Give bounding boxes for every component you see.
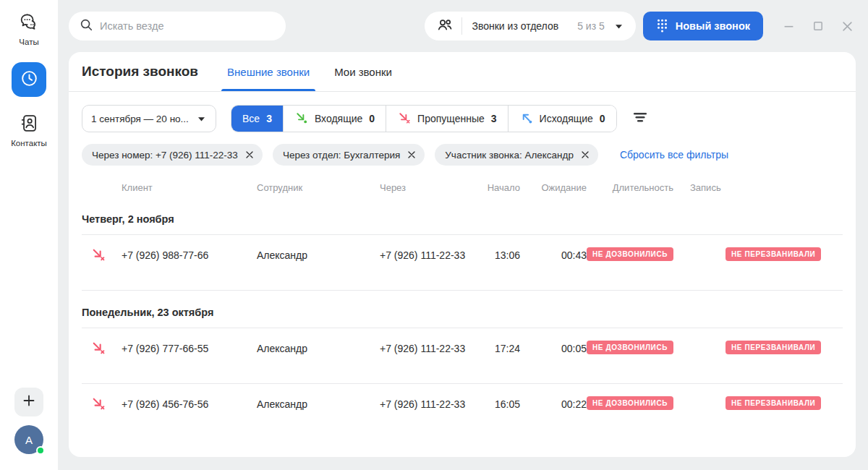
advanced-filters-button[interactable] — [631, 110, 649, 127]
close-icon[interactable] — [579, 149, 591, 161]
filter-chip-number: Через номер: +7 (926) 111-22-33 — [82, 144, 263, 166]
wait-time: 00:22 — [520, 384, 587, 411]
call-row[interactable]: +7 (926) 456-76-56 Александр +7 (926) 11… — [82, 384, 843, 440]
sidebar-item-chats[interactable]: Чаты — [19, 12, 40, 46]
missed-call-icon — [397, 111, 411, 127]
chevron-down-icon — [613, 21, 624, 32]
new-call-label: Новый звонок — [676, 20, 750, 32]
filter-all[interactable]: Все 3 — [231, 106, 283, 132]
incoming-call-icon — [294, 111, 308, 127]
tab-external-calls[interactable]: Внешние звонки — [221, 52, 315, 91]
filter-label: Входящие — [315, 113, 362, 124]
date-group-header: Четверг, 2 ноября — [82, 197, 843, 235]
status-badge-no-callback: НЕ ПЕРЕЗВАНИВАЛИ — [726, 247, 821, 261]
contacts-icon — [19, 113, 40, 137]
start-time: 13:06 — [486, 235, 520, 262]
filters-row: 1 сентября — 20 но... Все 3 Входящие 0 — [82, 105, 843, 132]
wait-time: 00:05 — [520, 328, 587, 356]
filter-outgoing[interactable]: Исходящие 0 — [508, 106, 616, 132]
new-call-button[interactable]: Новый звонок — [643, 12, 763, 40]
add-button[interactable] — [14, 388, 43, 416]
chip-label: Через номер: +7 (926) 111-22-33 — [92, 150, 238, 161]
client-number: +7 (926) 777-66-55 — [122, 328, 257, 356]
column-header-duration: Длительность — [587, 182, 688, 193]
plus-icon — [22, 393, 36, 411]
global-search[interactable] — [69, 12, 286, 40]
close-icon[interactable] — [244, 149, 255, 161]
employee-name: Александр — [257, 328, 380, 356]
status-badge-no-callback: НЕ ПЕРЕЗВАНИВАЛИ — [726, 341, 821, 354]
reset-all-filters-link[interactable]: Сбросить все фильтры — [620, 149, 728, 161]
chats-icon — [19, 12, 40, 35]
missed-call-icon — [82, 384, 122, 414]
sidebar-item-label: Контакты — [11, 139, 47, 148]
chip-label: Через отдел: Бухгалтерия — [283, 150, 400, 161]
sidebar-item-contacts[interactable]: Контакты — [11, 113, 47, 148]
close-icon[interactable] — [842, 21, 853, 32]
avatar-initial: A — [25, 434, 33, 446]
filter-chip-department: Через отдел: Бухгалтерия — [273, 144, 425, 166]
date-range-value: 1 сентября — 20 но... — [91, 114, 190, 124]
filter-chip-participant: Участник звонка: Александр — [435, 144, 598, 166]
start-time: 17:24 — [486, 328, 520, 356]
call-list: Четверг, 2 ноября +7 (926) 988-77-66 Але… — [82, 197, 843, 440]
employee-name: Александр — [257, 235, 380, 262]
filter-count: 3 — [491, 113, 497, 124]
window-controls — [783, 21, 853, 32]
sidebar-item-label: Чаты — [19, 38, 38, 46]
via-number: +7 (926) 111-22-33 — [380, 328, 486, 356]
filter-label: Все — [242, 113, 260, 124]
scope-selected-value: Звонки из отделов — [472, 20, 558, 32]
status-badge-no-answer: НЕ ДОЗВОНИЛИСЬ — [587, 247, 673, 261]
chip-label: Участник звонка: Александр — [445, 150, 574, 161]
column-header-wait: Ожидание — [520, 182, 587, 193]
tab-my-calls[interactable]: Мои звонки — [328, 52, 398, 91]
call-type-filter: Все 3 Входящие 0 — [231, 105, 617, 132]
missed-call-icon — [82, 328, 122, 358]
active-filter-chips: Через номер: +7 (926) 111-22-33 Через от… — [82, 144, 843, 166]
wait-time: 00:43 — [520, 235, 587, 262]
filter-count: 0 — [369, 113, 375, 124]
filter-count: 3 — [266, 113, 272, 124]
departments-icon — [436, 16, 454, 36]
dialpad-icon — [656, 18, 668, 35]
sidebar-item-call-history[interactable] — [12, 62, 46, 97]
call-history-panel: История звонков Внешние звонки Мои звонк… — [69, 52, 856, 457]
table-header: Клиент Сотрудник Через Начало Ожидание Д… — [82, 177, 843, 197]
call-row[interactable]: +7 (926) 777-66-55 Александр +7 (926) 11… — [82, 328, 843, 384]
close-icon[interactable] — [406, 149, 417, 161]
page-title: История звонков — [82, 64, 198, 80]
search-input[interactable] — [100, 20, 276, 32]
column-header-via: Через — [380, 182, 486, 193]
call-history-icon — [20, 69, 39, 91]
filter-missed[interactable]: Пропущенные 3 — [386, 106, 507, 132]
user-avatar[interactable]: A — [14, 425, 43, 454]
status-badge-no-answer: НЕ ДОЗВОНИЛИСЬ — [587, 396, 673, 410]
status-badge-no-callback: НЕ ПЕРЕЗВАНИВАЛИ — [726, 396, 821, 410]
via-number: +7 (926) 111-22-33 — [380, 235, 486, 262]
filter-incoming[interactable]: Входящие 0 — [283, 106, 386, 132]
start-time: 16:05 — [486, 384, 520, 411]
employee-name: Александр — [257, 384, 380, 411]
maximize-icon[interactable] — [813, 21, 823, 31]
client-number: +7 (926) 456-76-56 — [122, 384, 257, 411]
status-badge-no-answer: НЕ ДОЗВОНИЛИСЬ — [587, 341, 673, 354]
online-status-dot — [36, 446, 45, 455]
filter-label: Пропущенные — [417, 113, 485, 124]
search-icon — [79, 17, 93, 35]
column-header-client: Клиент — [122, 182, 257, 193]
client-number: +7 (926) 988-77-66 — [122, 235, 257, 262]
via-number: +7 (926) 111-22-33 — [380, 384, 486, 411]
date-group-header: Понедельник, 23 октября — [82, 291, 843, 328]
date-range-select[interactable]: 1 сентября — 20 но... — [82, 105, 216, 132]
scope-count: 5 из 5 — [577, 20, 605, 32]
chevron-down-icon — [196, 114, 207, 124]
sidebar: Чаты Контакты A — [0, 0, 58, 470]
column-header-record: Запись — [688, 182, 843, 193]
call-row[interactable]: +7 (926) 988-77-66 Александр +7 (926) 11… — [82, 235, 843, 291]
panel-header: История звонков Внешние звонки Мои звонк… — [69, 52, 856, 92]
filter-count: 0 — [600, 113, 605, 124]
call-scope-dropdown[interactable]: Звонки из отделов 5 из 5 — [425, 12, 635, 40]
column-header-employee: Сотрудник — [257, 182, 380, 193]
minimize-icon[interactable] — [783, 21, 794, 32]
